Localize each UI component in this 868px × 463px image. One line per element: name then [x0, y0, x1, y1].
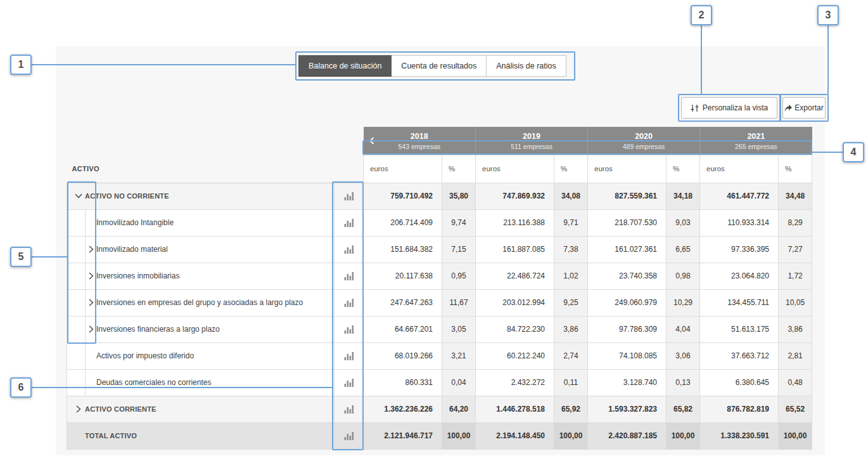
- value-percent: 65,92: [554, 396, 588, 422]
- value-euros: 97.336.395: [700, 236, 779, 263]
- row-label-cell: Activos por impuesto diferido: [67, 342, 335, 369]
- value-euros: 2.194.148.450: [476, 422, 554, 449]
- value-percent: 65,52: [779, 396, 812, 422]
- callout-line-5: [32, 256, 67, 258]
- unit-euros-header: euros: [364, 155, 442, 183]
- year-label: 2018: [364, 131, 476, 142]
- export-label: Exportar: [795, 103, 823, 112]
- row-label: Inversiones inmobiliarias: [96, 271, 179, 280]
- table-row: Inversiones financieras a largo plazo64.…: [67, 316, 812, 342]
- row-label: Deudas comerciales no corrientes: [96, 378, 211, 387]
- row-label: Activos por impuesto diferido: [96, 351, 194, 360]
- expand-chevron-right-icon[interactable]: [74, 405, 82, 413]
- value-euros: 827.559.361: [588, 183, 667, 209]
- value-euros: 51.613.175: [700, 316, 779, 342]
- row-label-cell: Inmovilizado Intangible: [67, 209, 335, 236]
- value-euros: 68.019.266: [364, 342, 442, 369]
- value-euros: 151.684.382: [364, 236, 442, 263]
- bar-chart-icon[interactable]: [335, 289, 364, 316]
- unit-euros-header: euros: [476, 155, 554, 183]
- unit-pct-header: %: [554, 155, 588, 183]
- tab-analisis-de-ratios[interactable]: Análisis de ratios: [486, 55, 566, 77]
- table-corner-spacer: [67, 127, 364, 155]
- value-euros: 1.593.327.823: [588, 396, 667, 422]
- year-column-2018: 2018 543 empresas: [364, 127, 476, 155]
- balance-table: 2018 543 empresas 2019 511 empresas 2020…: [67, 127, 812, 450]
- year-label: 2020: [588, 131, 699, 142]
- chevron-left-icon[interactable]: [369, 136, 374, 145]
- bar-chart-icon[interactable]: [335, 396, 364, 422]
- value-euros: 2.432.272: [476, 369, 554, 396]
- value-percent: 100,00: [667, 422, 700, 449]
- expand-chevron-right-icon[interactable]: [87, 325, 95, 333]
- value-euros: 2.121.946.717: [364, 422, 442, 449]
- companies-count: 511 empresas: [476, 142, 587, 151]
- value-euros: 20.117.638: [364, 263, 442, 289]
- value-percent: 2,81: [779, 342, 812, 369]
- row-label: Inmovilizado Intangible: [96, 218, 174, 227]
- export-button[interactable]: Exportar: [782, 97, 826, 119]
- value-percent: 1,72: [779, 263, 812, 289]
- callout-line-3: [827, 23, 829, 94]
- value-euros: 213.116.388: [476, 209, 554, 236]
- unit-pct-header: %: [442, 155, 476, 183]
- expand-chevron-right-icon[interactable]: [87, 272, 95, 280]
- value-euros: 97.786.309: [588, 316, 667, 342]
- value-euros: 759.710.492: [364, 183, 442, 209]
- table-row: Deudas comerciales no corrientes860.3310…: [67, 369, 812, 396]
- row-label: Inversiones en empresas del grupo y asoc…: [96, 298, 303, 307]
- value-euros: 23.740.358: [588, 263, 667, 289]
- value-percent: 9,25: [554, 289, 588, 316]
- table-row: TOTAL ACTIVO2.121.946.717100,002.194.148…: [67, 422, 812, 449]
- bar-chart-icon[interactable]: [335, 263, 364, 289]
- units-header-row: ACTIVO euros % euros % euros % euros %: [67, 155, 812, 183]
- year-column-2021: 2021 265 empresas: [700, 127, 812, 155]
- value-percent: 0,04: [442, 369, 476, 396]
- companies-count: 489 empresas: [588, 142, 699, 151]
- bar-chart-icon[interactable]: [335, 369, 364, 396]
- value-percent: 3,05: [442, 316, 476, 342]
- value-euros: 876.782.819: [700, 396, 779, 422]
- companies-count: 543 empresas: [364, 142, 476, 151]
- tab-balance-de-situacion[interactable]: Balance de situación: [298, 55, 392, 77]
- value-percent: 34,18: [667, 183, 700, 209]
- value-percent: 7,38: [554, 236, 588, 263]
- row-label-cell: Inversiones inmobiliarias: [67, 263, 335, 289]
- sliders-icon: [691, 104, 699, 112]
- bar-chart-icon[interactable]: [335, 316, 364, 342]
- row-label-cell: ACTIVO NO CORRIENTE: [67, 183, 335, 209]
- row-label-cell: Deudas comerciales no corrientes: [67, 369, 335, 396]
- tab-cuenta-de-resultados[interactable]: Cuenta de resultados: [391, 55, 487, 77]
- customize-view-label: Personaliza la vista: [703, 103, 768, 112]
- customize-view-button[interactable]: Personaliza la vista: [681, 97, 777, 119]
- expand-chevron-down-icon[interactable]: [74, 193, 82, 199]
- row-label: Inversiones financieras a largo plazo: [96, 325, 220, 334]
- share-arrow-icon: [784, 105, 792, 112]
- value-percent: 34,48: [779, 183, 812, 209]
- value-percent: 0,11: [554, 369, 588, 396]
- bar-chart-icon[interactable]: [335, 236, 364, 263]
- value-percent: 6,65: [667, 236, 700, 263]
- value-percent: 0,13: [667, 369, 700, 396]
- callout-5: 5: [10, 247, 32, 267]
- bar-chart-icon[interactable]: [335, 342, 364, 369]
- expand-chevron-right-icon[interactable]: [87, 245, 95, 253]
- expand-chevron-right-icon[interactable]: [87, 299, 95, 306]
- value-percent: 11,67: [442, 289, 476, 316]
- bar-chart-icon[interactable]: [335, 209, 364, 236]
- table-row: Inversiones en empresas del grupo y asoc…: [67, 289, 812, 316]
- companies-count: 265 empresas: [700, 142, 812, 151]
- table-row: ACTIVO NO CORRIENTE759.710.49235,80747.8…: [67, 183, 812, 209]
- table-body: ACTIVO NO CORRIENTE759.710.49235,80747.8…: [67, 183, 812, 449]
- value-percent: 3,86: [779, 316, 812, 342]
- screenshot-root: Balance de situación Cuenta de resultado…: [0, 0, 868, 463]
- bar-chart-icon[interactable]: [335, 183, 364, 209]
- year-label: 2021: [700, 131, 812, 142]
- year-column-2020: 2020 489 empresas: [588, 127, 700, 155]
- value-euros: 1.362.236.226: [364, 396, 442, 422]
- unit-pct-header: %: [779, 155, 812, 183]
- value-euros: 249.060.979: [588, 289, 667, 316]
- table-row: Inmovilizado material151.684.3827,15161.…: [67, 236, 812, 263]
- value-percent: 3,06: [667, 342, 700, 369]
- bar-chart-icon[interactable]: [335, 422, 364, 449]
